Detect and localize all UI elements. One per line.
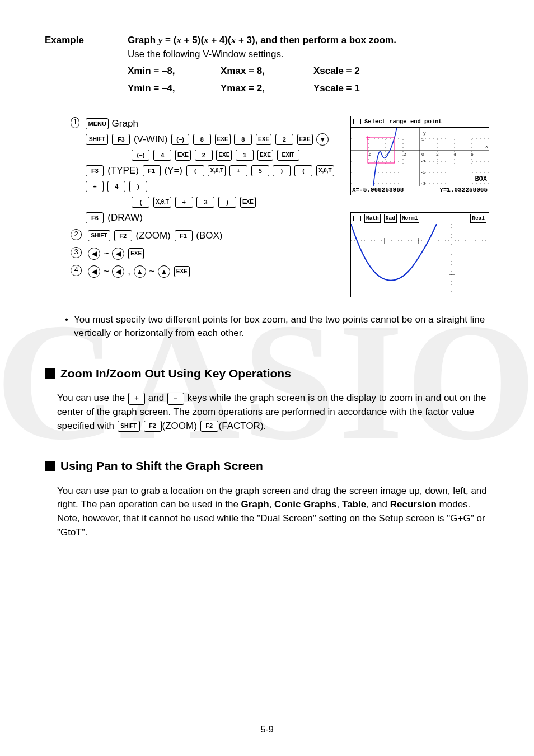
cursor-left-key: ◀: [112, 248, 124, 260]
svg-text:x: x: [485, 144, 488, 149]
section-square-icon: [45, 368, 55, 379]
tilde: ~: [104, 248, 109, 259]
four-key: 4: [107, 181, 125, 192]
f3-key: F3: [86, 165, 104, 176]
lcd1-xval: X=-5.968253968: [352, 186, 404, 195]
plus-key: +: [86, 181, 104, 192]
step-num-3: 3: [71, 247, 82, 258]
svg-text:y: y: [423, 130, 426, 136]
step-num-1: 1: [71, 117, 79, 128]
exe-key: EXE: [175, 150, 191, 161]
section-pan-title: Using Pan to Shift the Graph Screen: [60, 458, 263, 474]
lcd2-math: Math: [364, 214, 381, 223]
section-square-icon: [45, 461, 55, 471]
plus-key: +: [128, 393, 145, 405]
svg-text:O: O: [421, 152, 424, 157]
neg-key: (−): [132, 150, 149, 161]
five-key: 5: [251, 165, 269, 176]
exe-key: EXE: [174, 266, 190, 277]
f2-key: F2: [200, 421, 218, 432]
svg-text:1: 1: [421, 137, 424, 142]
steps-list: 1 MENU Graph SHIFT F3 (V-WIN) (−) 8 E: [71, 116, 338, 297]
example-problem: Graph y = (x + 5)(x + 4)(x + 3), and the…: [128, 34, 489, 48]
calculator-screen-boxzoom: Select range end point: [350, 116, 489, 195]
lcd2-norm: Norm1: [400, 214, 420, 223]
comma: ,: [128, 266, 130, 277]
tilde: ~: [149, 266, 154, 277]
plus-key: +: [175, 197, 193, 208]
exe-key: EXE: [240, 197, 256, 208]
cursor-left-key: ◀: [88, 265, 100, 278]
cursor-left-key: ◀: [112, 265, 124, 278]
lcd2-rad: Rad: [384, 214, 397, 223]
xot-key: X,θ,T: [153, 197, 171, 208]
rparen-key: ): [218, 197, 236, 208]
step-num-2: 2: [71, 229, 82, 240]
svg-text:-2: -2: [401, 152, 406, 157]
pan-paragraph: You can use pan to grab a location on th…: [57, 484, 489, 540]
yeq-label: (Y=): [164, 165, 182, 176]
battery-icon: [353, 119, 361, 124]
ymax: Ymax = 2,: [221, 82, 293, 96]
plus-key: +: [229, 165, 247, 176]
lparen-key: (: [186, 165, 204, 176]
four-key: 4: [153, 150, 171, 161]
xscale: Xscale = 2: [313, 64, 386, 78]
f2-key: F2: [144, 421, 162, 432]
neg-key: (−): [171, 134, 189, 145]
vwin-label: (V-WIN): [134, 134, 167, 144]
svg-text:-3: -3: [420, 181, 426, 186]
xmax: Xmax = 8,: [221, 64, 293, 78]
ymin: Ymin = –4,: [128, 82, 200, 96]
cursor-up-key: ▲: [134, 265, 146, 278]
draw-label: (DRAW): [107, 212, 143, 223]
exe-key: EXE: [256, 134, 271, 145]
xot-key: X,θ,T: [208, 165, 226, 176]
eight-key: 8: [234, 134, 252, 145]
shift-key: SHIFT: [118, 421, 140, 432]
zoom-label: (ZOOM): [135, 230, 170, 241]
type-label: (TYPE): [107, 165, 139, 176]
box-tag: BOX: [475, 175, 487, 184]
box-label: (BOX): [196, 230, 222, 241]
f6-key: F6: [86, 212, 104, 223]
lcd1-yval: Y=1.032258065: [439, 186, 488, 195]
shift-key: SHIFT: [86, 134, 108, 145]
lparen-key: (: [294, 165, 312, 176]
two-key: 2: [195, 150, 213, 161]
exe-key: EXE: [128, 248, 144, 259]
lparen-key: (: [132, 197, 149, 208]
f1-key: F1: [175, 230, 193, 241]
svg-text:-6: -6: [366, 152, 372, 157]
exe-key: EXE: [216, 150, 232, 161]
step-num-4: 4: [71, 265, 82, 276]
exit-key: EXIT: [277, 150, 299, 161]
f3-key: F3: [112, 134, 130, 145]
zoom-paragraph: You can use the + and − keys while the g…: [57, 391, 489, 433]
exe-key: EXE: [215, 134, 231, 145]
vwindow-table: Xmin = –8, Xmax = 8, Xscale = 2 Ymin = –…: [128, 64, 489, 95]
battery-icon: [353, 216, 361, 221]
cursor-left-key: ◀: [88, 248, 100, 260]
three-key: 3: [196, 197, 214, 208]
cursor-up-key: ▲: [158, 265, 170, 278]
example-label: Example: [45, 34, 106, 61]
rparen-key: ): [129, 181, 147, 192]
menu-key: MENU: [86, 118, 108, 129]
two-key: 2: [275, 134, 293, 145]
xmin: Xmin = –8,: [128, 64, 200, 78]
f1-key: F1: [143, 165, 161, 176]
exe-key: EXE: [297, 134, 313, 145]
note-text: You must specify two different points fo…: [74, 313, 489, 340]
yscale: Yscale = 1: [313, 82, 386, 96]
bullet-icon: •: [65, 313, 68, 340]
exe-key: EXE: [257, 150, 273, 161]
svg-text:-2: -2: [420, 170, 426, 175]
eight-key: 8: [193, 134, 211, 145]
one-key: 1: [236, 150, 254, 161]
f2-key: F2: [114, 230, 132, 241]
xot-key: X,θ,T: [316, 165, 334, 176]
svg-text:4: 4: [453, 152, 456, 157]
svg-text:6: 6: [471, 152, 474, 157]
example-vwindow-note: Use the following V-Window settings.: [128, 48, 489, 62]
